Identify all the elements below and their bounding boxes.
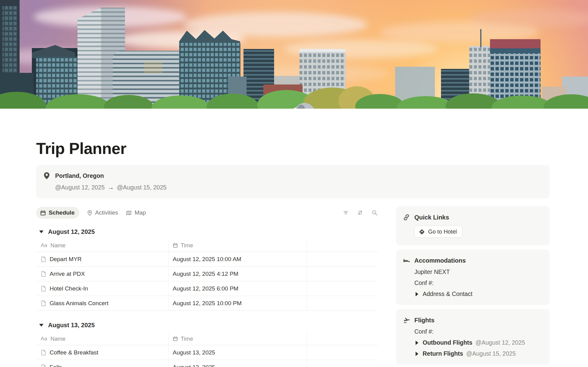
time-header-label: Time [181,335,193,342]
quick-links-card: Quick Links Go to Hotel [396,206,550,245]
page-icon [41,256,46,262]
name-header-label: Name [51,242,66,249]
table-row[interactable]: Hotel Check-In August 12, 2025 6:00 PM [36,281,378,296]
row-time-cell[interactable]: August 12, 2025 10:00 AM [168,252,307,266]
row-time-cell[interactable]: August 13, 2025 [168,360,307,367]
empty-column-header[interactable] [307,332,378,345]
return-flights-label: Return Flights [423,350,463,357]
schedule-group-august-12: August 12, 2025 Aa Name [36,227,378,311]
triangle-right-icon [416,352,418,356]
hotel-name: Jupiter NEXT [414,268,542,275]
time-column-header[interactable]: Time [168,332,307,345]
directions-diamond-arrow-icon [419,229,425,235]
name-column-header[interactable]: Aa Name [36,239,168,252]
location-callout: Portland, Oregon @August 12, 2025 → @Aug… [36,165,550,198]
date-range-arrow: → [108,184,114,191]
outbound-flights-label: Outbound Flights [423,339,472,346]
row-name-cell[interactable]: Falls [36,360,168,367]
triangle-down-icon [39,230,43,233]
sort-icon[interactable] [357,210,363,216]
row-name-cell[interactable]: Glass Animals Concert [36,296,168,310]
row-empty-cell[interactable] [307,296,378,310]
group-date-label: August 13, 2025 [48,322,95,329]
group-toggle-august-13[interactable]: August 13, 2025 [36,320,378,332]
page-icon [41,364,46,367]
table-row[interactable]: Depart MYR August 12, 2025 10:00 AM [36,252,378,267]
return-flights-date[interactable]: @August 15, 2025 [466,350,516,357]
sidebar: Quick Links Go to Hotel [396,206,550,367]
accommodations-card: Accommodations Jupiter NEXT Conf #: Addr… [396,249,550,305]
go-to-hotel-button[interactable]: Go to Hotel [414,226,462,238]
empty-column-header[interactable] [307,239,378,252]
row-time-cell[interactable]: August 12, 2025 6:00 PM [168,281,307,296]
calendar-icon [173,243,178,248]
page-icon [41,300,46,306]
triangle-right-icon [416,341,418,345]
callout-location-text: Portland, Oregon [55,172,104,179]
triangle-down-icon [39,324,43,327]
tab-activities[interactable]: Activities [87,209,118,216]
table-row[interactable]: Glass Animals Concert August 12, 2025 10… [36,296,378,311]
outbound-flights-toggle[interactable]: Outbound Flights @August 12, 2025 [414,339,542,346]
row-empty-cell[interactable] [307,281,378,296]
row-name: Falls [50,364,62,367]
outbound-flights-date[interactable]: @August 12, 2025 [475,339,525,346]
time-column-header[interactable]: Time [168,239,307,252]
row-name: Glass Animals Concert [50,300,108,307]
table-header-row: Aa Name Time [36,239,378,252]
calendar-icon [173,336,178,341]
table-row[interactable]: Coffee & Breakfast August 13, 2025 [36,345,378,360]
row-time-cell[interactable]: August 12, 2025 10:00 PM [168,296,307,310]
page-icon [41,271,46,277]
time-header-label: Time [181,242,193,249]
airplane-emoji-page-icon[interactable] [31,86,588,109]
row-empty-cell[interactable] [307,252,378,266]
cover-image [0,0,588,109]
bed-icon [403,257,411,264]
callout-end-date[interactable]: @August 15, 2025 [117,184,167,191]
row-empty-cell[interactable] [307,345,378,360]
table-header-row: Aa Name Time [36,332,378,345]
calendar-icon [40,210,46,216]
row-name-cell[interactable]: Hotel Check-In [36,281,168,296]
row-empty-cell[interactable] [307,267,378,281]
text-type-icon: Aa [41,336,47,342]
return-flights-toggle[interactable]: Return Flights @August 15, 2025 [414,350,542,357]
view-tabs: Schedule Activities [36,206,378,219]
tab-map-label: Map [134,209,146,216]
airplane-takeoff-icon [403,316,411,324]
page-icon [41,350,46,356]
callout-start-date[interactable]: @August 12, 2025 [55,184,105,191]
tab-schedule[interactable]: Schedule [36,207,79,219]
row-name: Arrive at PDX [50,271,85,277]
quick-links-title: Quick Links [414,214,449,221]
page-icon [41,286,46,292]
page-title: Trip Planner [36,139,550,158]
confirmation-label: Conf #: [414,279,542,286]
row-name-cell[interactable]: Coffee & Breakfast [36,345,168,360]
link-chain-icon [403,214,411,221]
row-name: Coffee & Breakfast [50,349,98,356]
row-time-cell[interactable]: August 13, 2025 [168,345,307,360]
table-row[interactable]: Falls August 13, 2025 [36,360,378,367]
table-row[interactable]: Arrive at PDX August 12, 2025 4:12 PM [36,267,378,281]
row-name-cell[interactable]: Arrive at PDX [36,267,168,281]
name-column-header[interactable]: Aa Name [36,332,168,345]
location-pin-icon [87,210,92,216]
tab-map[interactable]: Map [126,209,146,216]
group-toggle-august-12[interactable]: August 12, 2025 [36,227,378,239]
search-icon[interactable] [371,210,378,216]
confirmation-label: Conf #: [414,328,542,335]
schedule-group-august-13: August 13, 2025 Aa Name [36,320,378,367]
tab-activities-label: Activities [95,209,118,216]
row-name-cell[interactable]: Depart MYR [36,252,168,266]
row-name: Depart MYR [50,256,82,263]
address-contact-toggle[interactable]: Address & Contact [414,290,542,298]
name-header-label: Name [51,335,66,342]
row-name: Hotel Check-In [50,285,88,292]
flights-card: Flights Conf #: Outbound Flights @August… [396,309,550,365]
map-icon [126,210,132,216]
row-time-cell[interactable]: August 12, 2025 4:12 PM [168,267,307,281]
filter-icon[interactable] [343,210,349,216]
row-empty-cell[interactable] [307,360,378,367]
